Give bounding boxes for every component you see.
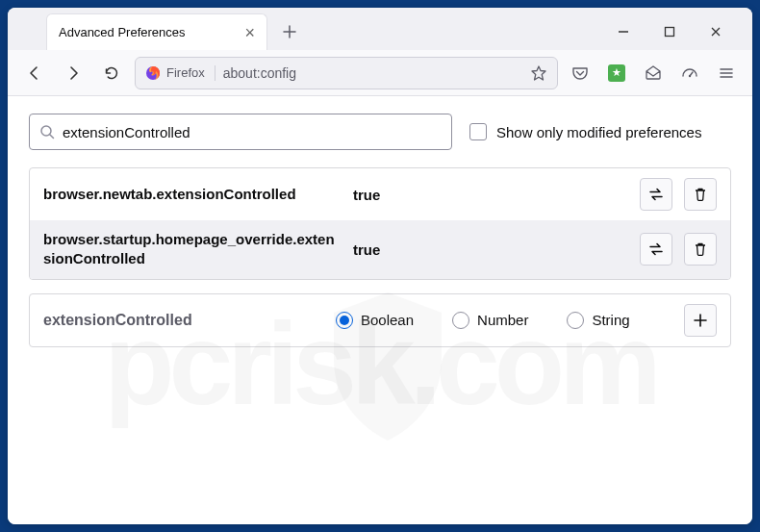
add-pref-name: extensionControlled [43, 312, 322, 329]
account-button[interactable] [675, 59, 704, 88]
browser-tab[interactable]: Advanced Preferences × [46, 13, 267, 50]
firefox-icon [145, 65, 161, 81]
pocket-icon [571, 64, 589, 82]
pocket-button[interactable] [566, 59, 595, 88]
pref-name: browser.newtab.extensionControlled [43, 185, 342, 204]
radio-boolean[interactable]: Boolean [336, 312, 414, 329]
extension-icon [608, 64, 625, 82]
url-text: about:config [223, 65, 296, 81]
preference-row: browser.newtab.extensionControlled true [30, 168, 730, 220]
search-icon [39, 124, 55, 139]
extension-button[interactable] [602, 59, 631, 88]
bookmark-button[interactable] [530, 64, 547, 82]
app-menu-button[interactable] [712, 59, 741, 88]
toggle-arrows-icon [647, 186, 665, 203]
radio-string-label: String [592, 312, 629, 328]
svg-rect-0 [666, 28, 674, 37]
tab-bar: Advanced Preferences × [8, 8, 752, 50]
radio-checked-icon [336, 312, 353, 329]
browser-window: Advanced Preferences × [8, 8, 752, 524]
close-icon [710, 26, 722, 38]
window-controls [610, 18, 745, 45]
add-pref-button[interactable] [684, 304, 717, 337]
checkbox-icon [469, 123, 487, 140]
identity-label: Firefox [166, 65, 205, 80]
pref-type-radios: Boolean Number String [336, 312, 671, 329]
show-modified-label: Show only modified preferences [496, 124, 701, 140]
pref-value: true [353, 187, 628, 203]
trash-icon [693, 187, 708, 202]
show-modified-toggle[interactable]: Show only modified preferences [469, 123, 701, 140]
radio-icon [452, 312, 469, 329]
tab-title: Advanced Preferences [59, 25, 186, 39]
plus-icon [693, 313, 708, 328]
plus-icon [283, 25, 296, 38]
pref-value: true [353, 241, 628, 258]
delete-pref-button[interactable] [684, 178, 717, 211]
pref-search-input[interactable] [63, 124, 442, 140]
preference-row: browser.startup.homepage_override.extens… [30, 220, 730, 279]
arrow-right-icon [64, 64, 82, 82]
arrow-left-icon [26, 64, 43, 82]
mail-open-icon [645, 64, 662, 82]
search-row: Show only modified preferences [29, 114, 731, 150]
radio-string[interactable]: String [567, 312, 629, 329]
close-tab-icon[interactable]: × [244, 24, 255, 41]
forward-button[interactable] [58, 58, 89, 89]
reload-button[interactable] [96, 58, 127, 89]
add-preference-row: extensionControlled Boolean Number Strin… [30, 294, 730, 346]
radio-icon [567, 312, 584, 329]
new-tab-button[interactable] [275, 17, 304, 46]
about-config-content: Show only modified preferences browser.n… [8, 96, 752, 524]
toggle-arrows-icon [647, 241, 665, 258]
pref-name: browser.startup.homepage_override.extens… [43, 230, 342, 269]
identity-box[interactable]: Firefox [145, 65, 215, 81]
minimize-button[interactable] [610, 18, 637, 45]
address-bar[interactable]: Firefox about:config [135, 57, 558, 89]
add-preference-panel: extensionControlled Boolean Number Strin… [29, 293, 731, 347]
star-icon [530, 64, 547, 82]
back-button[interactable] [19, 58, 50, 89]
pref-search-box[interactable] [29, 114, 452, 150]
minimize-icon [618, 26, 629, 38]
preference-list: browser.newtab.extensionControlled true … [29, 167, 731, 280]
hamburger-icon [718, 64, 735, 82]
radio-boolean-label: Boolean [361, 312, 414, 328]
speedometer-icon [681, 64, 698, 82]
reload-icon [103, 64, 120, 82]
maximize-button[interactable] [656, 18, 683, 45]
mail-button[interactable] [639, 59, 668, 88]
radio-number-label: Number [477, 312, 528, 328]
svg-point-2 [689, 74, 691, 76]
delete-pref-button[interactable] [684, 233, 717, 266]
toggle-pref-button[interactable] [640, 178, 672, 211]
close-window-button[interactable] [702, 18, 729, 45]
toggle-pref-button[interactable] [640, 233, 672, 266]
radio-number[interactable]: Number [452, 312, 528, 329]
nav-toolbar: Firefox about:config [8, 50, 752, 96]
maximize-icon [664, 26, 675, 38]
trash-icon [693, 241, 708, 257]
